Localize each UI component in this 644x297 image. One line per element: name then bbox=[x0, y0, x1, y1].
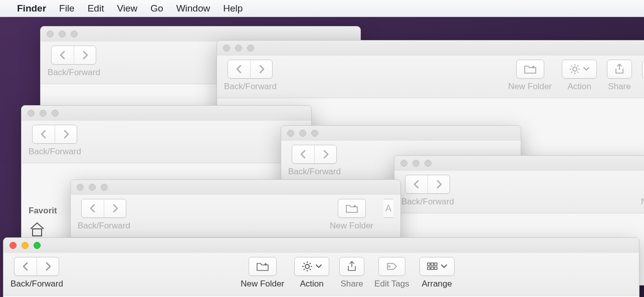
forward-button[interactable] bbox=[427, 175, 450, 193]
traffic-lights bbox=[28, 110, 59, 117]
zoom-icon[interactable] bbox=[52, 110, 59, 117]
back-forward-group: Back/Forward bbox=[401, 175, 454, 207]
edit-tags-group: Edit Tags bbox=[374, 257, 409, 289]
back-forward-label: Back/Forward bbox=[11, 279, 63, 289]
forward-button[interactable] bbox=[74, 46, 96, 64]
edit-group: Edit bbox=[642, 60, 644, 92]
action-partial: A bbox=[383, 199, 393, 218]
zoom-icon[interactable] bbox=[71, 31, 78, 38]
minimize-icon[interactable] bbox=[235, 45, 242, 52]
menu-app-name[interactable]: Finder bbox=[17, 3, 46, 14]
back-button[interactable] bbox=[52, 46, 74, 64]
toolbar: Back/Forward bbox=[22, 121, 311, 163]
close-icon[interactable] bbox=[77, 184, 84, 191]
minimize-icon[interactable] bbox=[59, 31, 66, 38]
share-icon bbox=[614, 64, 624, 75]
new-folder-button[interactable] bbox=[338, 199, 366, 218]
titlebar[interactable] bbox=[71, 180, 400, 195]
zoom-icon[interactable] bbox=[101, 184, 108, 191]
close-icon[interactable] bbox=[223, 45, 230, 52]
folder-plus-icon bbox=[524, 64, 537, 74]
forward-button[interactable] bbox=[104, 199, 126, 217]
back-forward-group: Back/Forward bbox=[78, 199, 130, 231]
svg-rect-23 bbox=[427, 263, 430, 265]
menu-help[interactable]: Help bbox=[223, 3, 243, 14]
edit-tags-button[interactable] bbox=[642, 60, 644, 79]
titlebar[interactable] bbox=[281, 126, 521, 141]
arrange-group: Arrange bbox=[419, 257, 455, 289]
back-forward-group: Back/Forward bbox=[48, 46, 100, 78]
new-folder-button[interactable] bbox=[516, 60, 544, 79]
close-icon[interactable] bbox=[28, 110, 35, 117]
titlebar[interactable] bbox=[41, 27, 360, 42]
back-button[interactable] bbox=[228, 60, 250, 78]
sidebar-home-item[interactable] bbox=[29, 222, 46, 239]
edit-tags-button[interactable] bbox=[378, 257, 405, 276]
back-button[interactable] bbox=[82, 199, 104, 217]
back-button[interactable] bbox=[33, 125, 55, 143]
new-folder-group: New Folder bbox=[508, 60, 552, 92]
titlebar[interactable] bbox=[217, 41, 644, 56]
new-folder-button[interactable] bbox=[249, 257, 277, 276]
back-button[interactable] bbox=[292, 145, 314, 163]
menubar: Finder File Edit View Go Window Help bbox=[0, 0, 644, 17]
new-folder-label: New Folder bbox=[330, 221, 373, 231]
arrange-label: Arrange bbox=[421, 279, 452, 289]
toolbar: Back/Forward N bbox=[394, 171, 644, 213]
traffic-lights bbox=[47, 31, 78, 38]
share-label: Share bbox=[340, 279, 363, 289]
back-forward-group: Back/Forward bbox=[11, 257, 63, 289]
tag-icon bbox=[386, 262, 398, 271]
back-forward-buttons bbox=[51, 46, 96, 65]
new-folder-hint: N bbox=[641, 175, 644, 207]
new-folder-label: New Folder bbox=[241, 279, 284, 289]
new-folder-group: New Folder bbox=[330, 199, 373, 231]
back-forward-group: Back/Forward bbox=[288, 145, 341, 177]
titlebar[interactable] bbox=[394, 156, 644, 171]
back-forward-label: Back/Forward bbox=[29, 147, 81, 157]
share-button[interactable] bbox=[607, 60, 632, 79]
back-button[interactable] bbox=[15, 257, 37, 275]
svg-point-0 bbox=[573, 67, 577, 71]
back-forward-buttons bbox=[228, 60, 273, 79]
close-icon[interactable] bbox=[47, 31, 54, 38]
zoom-icon[interactable] bbox=[424, 160, 432, 167]
forward-button[interactable] bbox=[250, 60, 272, 78]
traffic-lights bbox=[77, 184, 108, 191]
minimize-icon[interactable] bbox=[89, 184, 96, 191]
action-label: Action bbox=[300, 279, 323, 289]
titlebar[interactable] bbox=[22, 106, 311, 121]
svg-line-21 bbox=[304, 269, 305, 270]
forward-button[interactable] bbox=[37, 257, 59, 275]
arrange-button[interactable] bbox=[419, 257, 455, 276]
forward-button[interactable] bbox=[55, 125, 77, 143]
minimize-icon[interactable] bbox=[22, 242, 29, 249]
titlebar[interactable] bbox=[4, 238, 639, 253]
svg-line-19 bbox=[310, 269, 311, 270]
close-icon[interactable] bbox=[400, 160, 407, 167]
minimize-icon[interactable] bbox=[40, 110, 47, 117]
action-label: Action bbox=[567, 82, 591, 92]
finder-window-active[interactable]: Back/Forward New Folder Action Share bbox=[3, 237, 639, 297]
action-button[interactable] bbox=[294, 257, 329, 276]
back-button[interactable] bbox=[405, 175, 427, 193]
action-group: Action bbox=[562, 60, 597, 92]
close-icon[interactable] bbox=[287, 130, 294, 137]
minimize-icon[interactable] bbox=[412, 160, 419, 167]
back-forward-label: Back/Forward bbox=[48, 68, 100, 78]
menu-go[interactable]: Go bbox=[150, 3, 163, 14]
back-forward-group: Back/Forward bbox=[224, 60, 277, 92]
close-icon[interactable] bbox=[10, 242, 17, 249]
forward-button[interactable] bbox=[314, 145, 336, 163]
minimize-icon[interactable] bbox=[299, 130, 306, 137]
zoom-icon[interactable] bbox=[247, 45, 254, 52]
share-button[interactable] bbox=[339, 257, 364, 276]
zoom-icon[interactable] bbox=[311, 130, 318, 137]
menu-view[interactable]: View bbox=[117, 3, 137, 14]
menu-edit[interactable]: Edit bbox=[88, 3, 104, 14]
menu-file[interactable]: File bbox=[59, 3, 75, 14]
zoom-icon[interactable] bbox=[34, 242, 41, 249]
action-button[interactable]: A bbox=[383, 199, 393, 218]
action-button[interactable] bbox=[562, 60, 597, 79]
menu-window[interactable]: Window bbox=[176, 3, 210, 14]
